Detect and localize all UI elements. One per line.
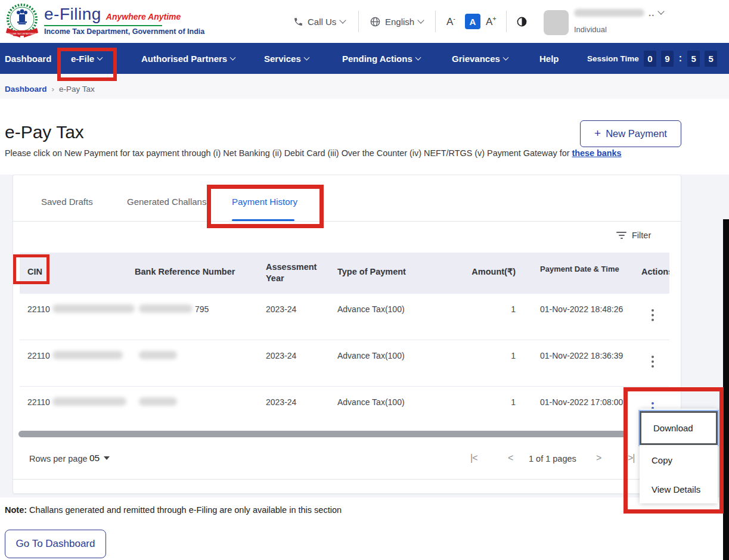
last-page-button[interactable]: >| (628, 453, 635, 463)
note-label: Note: (5, 505, 27, 515)
filter-button[interactable]: Filter (616, 231, 651, 240)
breadcrumb-dashboard-link[interactable]: Dashboard (5, 85, 47, 94)
language-label: English (385, 17, 414, 27)
nav-item-authorised-partners[interactable]: Authorised Partners (141, 43, 235, 74)
prev-page-button[interactable]: < (508, 453, 513, 463)
chevron-down-icon (418, 17, 424, 23)
breadcrumb-strip (0, 74, 729, 99)
pagination-divider (13, 479, 681, 480)
logo-green-rule (44, 25, 162, 26)
table-row: 22110 795 2023-24 Advance Tax(100) 1 01-… (20, 294, 669, 340)
payment-type-value: Advance Tax(100) (337, 304, 405, 314)
breadcrumb-current: e-Pay Tax (59, 85, 95, 94)
logo-title: e-Filing (44, 5, 101, 24)
tab-payment-history[interactable]: Payment History (232, 197, 297, 207)
page-status: 1 of 1 pages (529, 454, 576, 463)
table-horizontal-scrollbar[interactable] (18, 431, 628, 437)
go-to-dashboard-button[interactable]: Go To Dashboard (5, 530, 106, 558)
phone-icon (293, 17, 303, 27)
cin-value: 22110 (27, 304, 50, 314)
filter-icon (616, 232, 626, 239)
font-size-default-button[interactable]: A (465, 0, 480, 43)
assessment-year-value: 2023-24 (266, 351, 296, 360)
page-description: Please click on New Payment for tax paym… (5, 148, 637, 158)
nav-item-help[interactable]: Help (539, 43, 559, 74)
user-role-label: Individual (574, 25, 607, 34)
next-page-button[interactable]: > (596, 453, 601, 463)
tabs-divider (13, 221, 681, 222)
note-text: Note: Challans generated and remitted th… (5, 505, 342, 515)
row-actions-kebab-icon[interactable] (646, 349, 659, 375)
plus-icon: + (594, 127, 601, 140)
payment-type-value: Advance Tax(100) (337, 397, 405, 407)
new-payment-button[interactable]: + New Payment (580, 120, 681, 147)
column-header-assessment-year: AssessmentYear (266, 262, 317, 284)
header-divider (435, 11, 436, 32)
income-tax-emblem-logo: INCOME TAX DEPARTMENT (5, 3, 39, 40)
user-name-ellipsis: .. (649, 8, 654, 18)
rows-per-page-label: Rows per page (29, 454, 88, 463)
row-actions-kebab-icon[interactable] (646, 302, 659, 328)
table-header: CIN Bank Reference Number AssessmentYear… (20, 253, 669, 294)
redacted-cin (52, 397, 126, 406)
language-menu[interactable]: English (370, 0, 423, 43)
screen-edge-strip (723, 219, 729, 560)
cin-value: 22110 (27, 397, 50, 407)
row-actions-context-menu: Download Copy View Details (640, 409, 718, 503)
column-header-type: Type of Payment (337, 267, 406, 276)
session-digit: 5 (705, 51, 717, 67)
payment-card: Saved Drafts Generated Challans Payment … (13, 175, 681, 494)
logo-subtitle: Income Tax Department, Government of Ind… (44, 27, 204, 36)
main-navigation: Dashboard e-File Authorised Partners Ser… (0, 43, 729, 74)
column-header-actions: Actions (641, 267, 669, 276)
redacted-cin (52, 304, 135, 313)
session-colon: : (679, 53, 682, 64)
nav-item-services[interactable]: Services (264, 43, 309, 74)
datetime-value: 01-Nov-2022 17:08:00 (540, 397, 623, 407)
amount-value: 1 (456, 351, 516, 360)
redacted-bank-ref (139, 351, 177, 359)
tab-generated-challans[interactable]: Generated Challans (127, 197, 206, 207)
redacted-bank-ref (139, 304, 193, 313)
globe-icon (370, 16, 381, 27)
datetime-value: 01-Nov-2022 18:36:39 (540, 351, 623, 360)
epay-tax-page: INCOME TAX DEPARTMENT e-FilingAnywhere A… (0, 0, 729, 560)
font-size-increase-button[interactable]: A+ (486, 0, 497, 43)
filter-label: Filter (632, 231, 651, 240)
chevron-down-icon (415, 55, 421, 61)
rows-per-page-select[interactable]: 05 (89, 453, 110, 463)
user-avatar[interactable] (544, 10, 569, 35)
column-header-amount: Amount(₹) (456, 267, 516, 276)
cin-value: 22110 (27, 351, 50, 360)
contrast-toggle[interactable] (516, 0, 528, 43)
menu-item-copy[interactable]: Copy (640, 445, 718, 475)
nav-item-pending-actions[interactable]: Pending Actions (342, 43, 420, 74)
chevron-down-icon (340, 17, 346, 23)
breadcrumb-separator: › (52, 85, 55, 94)
session-digit: 5 (687, 51, 700, 67)
top-header: INCOME TAX DEPARTMENT e-FilingAnywhere A… (0, 0, 729, 43)
these-banks-link[interactable]: these banks (572, 148, 621, 158)
session-timer: Session Time 0 9 : 5 5 (587, 43, 717, 74)
nav-item-grievances[interactable]: Grievances (452, 43, 508, 74)
menu-item-view-details[interactable]: View Details (640, 475, 718, 503)
chevron-down-icon (97, 55, 103, 61)
nav-item-efile[interactable]: e-File (71, 43, 102, 74)
redacted-cin (52, 351, 123, 359)
first-page-button[interactable]: |< (470, 453, 477, 463)
menu-item-download[interactable]: Download (640, 411, 718, 445)
redacted-bank-ref (139, 397, 177, 406)
session-digit: 0 (644, 51, 656, 67)
tab-saved-drafts[interactable]: Saved Drafts (41, 197, 93, 207)
call-us-label: Call Us (308, 17, 336, 27)
chevron-down-icon (658, 8, 665, 14)
table-row: 22110 2023-24 Advance Tax(100) 1 01-Nov-… (20, 387, 669, 433)
call-us-menu[interactable]: Call Us (293, 0, 345, 43)
font-size-decrease-button[interactable]: A- (446, 0, 455, 43)
column-header-bank-ref: Bank Reference Number (135, 267, 235, 276)
efiling-logo: e-FilingAnywhere Anytime Income Tax Depa… (44, 5, 204, 36)
table-row: 22110 2023-24 Advance Tax(100) 1 01-Nov-… (20, 340, 669, 387)
amount-value: 1 (456, 304, 516, 314)
nav-item-dashboard[interactable]: Dashboard (5, 43, 51, 74)
contrast-icon (516, 16, 528, 27)
